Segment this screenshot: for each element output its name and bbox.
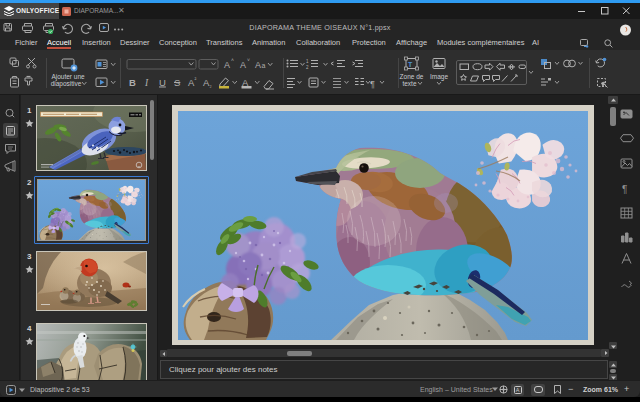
svg-text:˄: ˄ [231,57,234,63]
svg-text:diapositive: diapositive [51,80,82,88]
svg-text:I: I [144,78,149,88]
svg-text:A: A [255,60,261,70]
svg-text:A: A [242,77,249,88]
svg-text:2: 2 [306,65,309,70]
svg-text:¶: ¶ [370,79,375,89]
svg-text:A: A [224,60,230,70]
svg-text:S: S [174,77,180,88]
svg-text:B: B [129,77,136,88]
svg-text:²: ² [195,76,197,82]
svg-text:Zone de: Zone de [400,73,424,80]
svg-text:A: A [240,60,246,70]
svg-text:˅: ˅ [247,57,250,63]
svg-text:a: a [262,62,266,69]
svg-text:texte: texte [402,80,416,87]
svg-text:¶: ¶ [622,184,627,195]
svg-text:A: A [515,387,519,393]
svg-text:U: U [159,77,166,88]
svg-text:₂: ₂ [210,82,212,88]
svg-text:Image: Image [430,73,448,81]
svg-text:1: 1 [306,59,309,64]
svg-text:T: T [408,61,413,68]
